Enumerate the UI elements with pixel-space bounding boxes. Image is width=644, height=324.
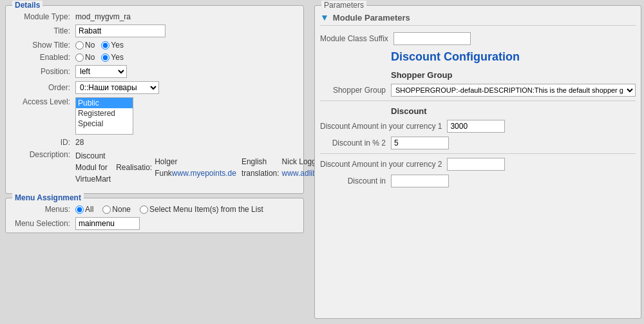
module-class-suffix-label: Module Class Suffix [320, 34, 393, 43]
order-select[interactable]: 0::Наши товары [75, 81, 159, 94]
description-label: Description: [11, 150, 75, 159]
access-item-public[interactable]: Public [76, 98, 133, 108]
shopper-group-label: Shopper Group [320, 86, 391, 95]
discount-amount2-label: Discount Amount in your currency 2 [320, 160, 447, 169]
discount-config-title: Discount Configuration [320, 50, 636, 64]
module-type-label: Module Type: [11, 12, 75, 21]
enabled-no-label[interactable]: No [75, 53, 95, 62]
access-level-list[interactable]: Public Registered Special [75, 97, 133, 135]
menus-none-text: None [112, 205, 131, 214]
position-label: Position: [11, 67, 75, 76]
access-level-label: Access Level: [11, 97, 75, 106]
menus-select-radio[interactable] [140, 205, 148, 214]
menu-selection-input[interactable] [75, 217, 140, 230]
discount-percent-input[interactable] [391, 137, 449, 149]
menus-select-text: Select Menu Item(s) from the List [149, 205, 263, 214]
separator-2 [320, 153, 636, 154]
realisatio-text: Realisatio: [116, 162, 152, 173]
show-title-no-text: No [85, 41, 95, 50]
id-value: 28 [75, 138, 84, 147]
enabled-no-text: No [85, 53, 95, 62]
details-legend: Details [12, 1, 43, 10]
realisatio-name: Holger Funkwww.myepoints.de [155, 156, 236, 179]
discount-in-label: Discount in [320, 176, 391, 186]
enabled-label: Enabled: [11, 53, 75, 62]
show-title-yes-text: Yes [111, 41, 124, 50]
menus-none-radio[interactable] [102, 205, 111, 214]
shopper-group-heading: Shopper Group [320, 70, 636, 80]
show-title-no-radio[interactable] [75, 41, 84, 50]
english-text: English translation: [242, 156, 279, 179]
menus-all-text: All [85, 205, 93, 214]
discount-in-input[interactable] [391, 175, 449, 187]
show-title-yes-radio[interactable] [101, 41, 109, 50]
discount-heading: Discount [320, 106, 636, 116]
order-label: Order: [11, 83, 75, 92]
enabled-yes-radio[interactable] [101, 53, 109, 62]
discount-amount-label: Discount Amount in your currency 1 [320, 122, 447, 131]
title-input[interactable] [75, 24, 166, 37]
title-label: Title: [11, 26, 75, 35]
discount-amount-input[interactable] [447, 120, 505, 133]
menus-label: Menus: [11, 205, 75, 214]
enabled-yes-label[interactable]: Yes [101, 53, 124, 62]
menus-all-label[interactable]: All [75, 205, 93, 214]
access-item-special[interactable]: Special [76, 119, 133, 129]
shopper-group-select[interactable]: SHOPPERGROUP:-default-DESCRIPTION:This i… [391, 84, 636, 97]
show-title-label: Show Title: [11, 41, 75, 50]
discount-percent-label: Discount in % 2 [320, 138, 391, 148]
show-title-no-label[interactable]: No [75, 41, 95, 50]
module-type-value: mod_mygvm_ra [75, 12, 131, 21]
access-item-registered[interactable]: Registered [76, 108, 133, 119]
menu-assignment-legend: Menu Assignment [12, 193, 84, 202]
menus-all-radio[interactable] [75, 205, 84, 214]
id-label: ID: [11, 138, 75, 147]
description-value: Discount Modul for VirtueMart [75, 150, 111, 185]
discount-amount2-input[interactable] [447, 158, 505, 171]
module-class-suffix-input[interactable] [393, 32, 471, 45]
enabled-no-radio[interactable] [75, 53, 84, 62]
separator-1 [320, 100, 636, 101]
triangle-icon: ▼ [320, 12, 329, 23]
show-title-yes-label[interactable]: Yes [101, 41, 124, 50]
module-params-title: Module Parameters [333, 13, 410, 23]
position-select[interactable]: left [75, 65, 127, 78]
realisatio-link[interactable]: www.myepoints.de [172, 169, 236, 178]
parameters-legend: Parameters [321, 1, 366, 10]
enabled-yes-text: Yes [111, 53, 124, 62]
menu-selection-label: Menu Selection: [11, 219, 75, 228]
menus-none-label[interactable]: None [102, 205, 131, 214]
menus-select-label[interactable]: Select Menu Item(s) from the List [140, 205, 263, 214]
